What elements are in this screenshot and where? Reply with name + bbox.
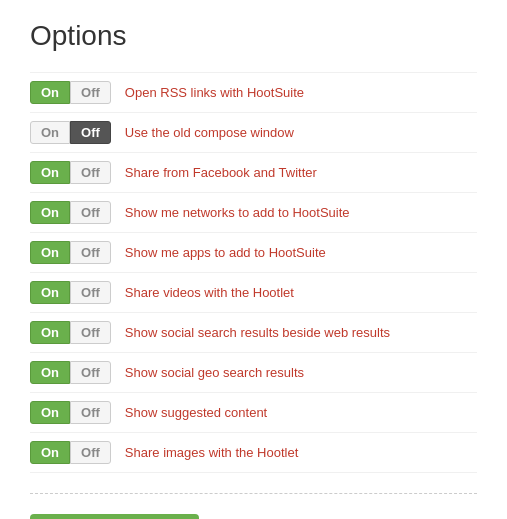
toggle-on-button-5[interactable]: On: [30, 241, 70, 264]
toggle-group-9: OnOff: [30, 401, 111, 424]
toggle-group-1: OnOff: [30, 81, 111, 104]
option-label-1: Open RSS links with HootSuite: [125, 85, 304, 100]
option-item: OnOffShare images with the Hootlet: [30, 433, 477, 473]
options-list: OnOffOpen RSS links with HootSuiteOnOffU…: [30, 72, 477, 473]
toggle-off-button-7[interactable]: Off: [70, 321, 111, 344]
option-item: OnOffUse the old compose window: [30, 113, 477, 153]
option-label-3: Share from Facebook and Twitter: [125, 165, 317, 180]
toggle-off-button-8[interactable]: Off: [70, 361, 111, 384]
option-item: OnOffShow social search results beside w…: [30, 313, 477, 353]
option-label-5: Show me apps to add to HootSuite: [125, 245, 326, 260]
option-label-7: Show social search results beside web re…: [125, 325, 390, 340]
toggle-group-5: OnOff: [30, 241, 111, 264]
option-label-8: Show social geo search results: [125, 365, 304, 380]
toggle-off-button-5[interactable]: Off: [70, 241, 111, 264]
option-item: OnOffShow suggested content: [30, 393, 477, 433]
toggle-group-6: OnOff: [30, 281, 111, 304]
toggle-group-3: OnOff: [30, 161, 111, 184]
option-item: OnOffShow me apps to add to HootSuite: [30, 233, 477, 273]
toggle-on-button-6[interactable]: On: [30, 281, 70, 304]
toggle-group-10: OnOff: [30, 441, 111, 464]
option-label-9: Show suggested content: [125, 405, 267, 420]
toggle-on-button-4[interactable]: On: [30, 201, 70, 224]
option-label-4: Show me networks to add to HootSuite: [125, 205, 350, 220]
toggle-off-button-6[interactable]: Off: [70, 281, 111, 304]
toggle-on-button-1[interactable]: On: [30, 81, 70, 104]
divider: [30, 493, 477, 494]
toggle-group-8: OnOff: [30, 361, 111, 384]
toggle-on-button-9[interactable]: On: [30, 401, 70, 424]
toggle-on-button-7[interactable]: On: [30, 321, 70, 344]
toggle-on-button-10[interactable]: On: [30, 441, 70, 464]
toggle-on-button-3[interactable]: On: [30, 161, 70, 184]
toggle-off-button-1[interactable]: Off: [70, 81, 111, 104]
option-label-6: Share videos with the Hootlet: [125, 285, 294, 300]
option-item: OnOffShow social geo search results: [30, 353, 477, 393]
toggle-off-button-2[interactable]: Off: [70, 121, 111, 144]
toggle-on-button-2[interactable]: On: [30, 121, 70, 144]
option-label-2: Use the old compose window: [125, 125, 294, 140]
toggle-off-button-3[interactable]: Off: [70, 161, 111, 184]
toggle-off-button-4[interactable]: Off: [70, 201, 111, 224]
save-changes-button[interactable]: Save Changes: [30, 514, 199, 519]
option-item: OnOffShow me networks to add to HootSuit…: [30, 193, 477, 233]
option-item: OnOffShare from Facebook and Twitter: [30, 153, 477, 193]
option-item: OnOffShare videos with the Hootlet: [30, 273, 477, 313]
page-title: Options: [30, 20, 477, 52]
toggle-off-button-10[interactable]: Off: [70, 441, 111, 464]
option-label-10: Share images with the Hootlet: [125, 445, 298, 460]
toggle-off-button-9[interactable]: Off: [70, 401, 111, 424]
toggle-group-2: OnOff: [30, 121, 111, 144]
option-item: OnOffOpen RSS links with HootSuite: [30, 72, 477, 113]
toggle-group-7: OnOff: [30, 321, 111, 344]
toggle-on-button-8[interactable]: On: [30, 361, 70, 384]
toggle-group-4: OnOff: [30, 201, 111, 224]
